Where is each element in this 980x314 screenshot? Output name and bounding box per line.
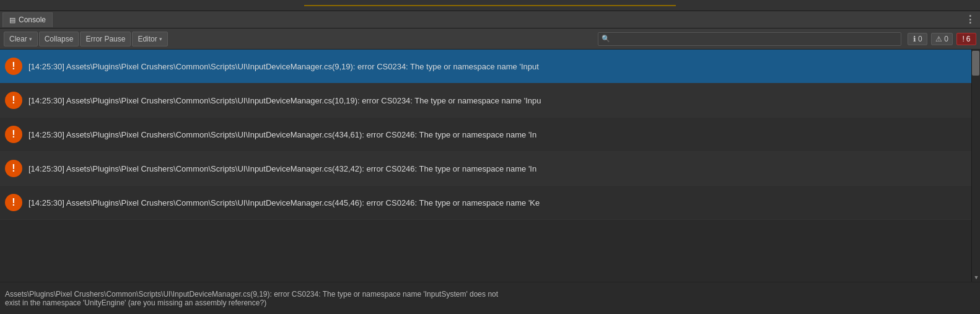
toolbar: Clear ▾ Collapse Error Pause Editor ▾ 🔍 … (0, 28, 980, 50)
log-item[interactable]: ![14:25:30] Assets\Plugins\Pixel Crusher… (0, 152, 980, 186)
warn-count: 0 (944, 35, 948, 43)
collapse-button[interactable]: Collapse (39, 32, 79, 46)
badge-group: ℹ 0 ⚠ 0 ! 6 (908, 33, 976, 45)
search-wrapper: 🔍 (598, 32, 901, 46)
status-bar: Assets\Plugins\Pixel Crushers\Common\Scr… (0, 282, 980, 314)
console-tab-label: Console (19, 15, 46, 24)
more-menu-button[interactable]: ⋮ (963, 12, 978, 27)
scrollbar-thumb[interactable] (972, 51, 979, 76)
top-bar (0, 0, 980, 11)
log-item[interactable]: ![14:25:30] Assets\Plugins\Pixel Crusher… (0, 186, 980, 220)
log-text: [14:25:30] Assets\Plugins\Pixel Crushers… (28, 164, 975, 173)
top-bar-line (304, 5, 676, 6)
log-list: ![14:25:30] Assets\Plugins\Pixel Crusher… (0, 50, 980, 282)
search-input[interactable] (598, 32, 901, 46)
console-wrapper: ▤ Console ⋮ Clear ▾ Collapse Error Pause… (0, 0, 980, 314)
log-text: [14:25:30] Assets\Plugins\Pixel Crushers… (28, 198, 975, 207)
error-icon: ! (5, 126, 22, 143)
clear-label: Clear (9, 35, 27, 43)
info-count: 0 (918, 35, 922, 43)
error-icon: ! (962, 35, 964, 43)
error-icon: ! (5, 194, 22, 211)
warn-icon: ⚠ (935, 35, 942, 43)
console-tab-bar: ▤ Console ⋮ (0, 11, 980, 28)
editor-dropdown-arrow: ▾ (159, 36, 162, 42)
editor-button[interactable]: Editor ▾ (132, 32, 167, 46)
editor-label: Editor (138, 35, 157, 43)
log-items-container: ![14:25:30] Assets\Plugins\Pixel Crusher… (0, 50, 980, 220)
log-item[interactable]: ![14:25:30] Assets\Plugins\Pixel Crusher… (0, 84, 980, 118)
error-pause-button[interactable]: Error Pause (80, 32, 131, 46)
status-line-2: exist in the namespace 'UnityEngine' (ar… (5, 299, 975, 307)
log-text: [14:25:30] Assets\Plugins\Pixel Crushers… (28, 96, 975, 105)
warn-badge[interactable]: ⚠ 0 (931, 33, 953, 45)
console-tab[interactable]: ▤ Console (2, 12, 53, 27)
error-badge[interactable]: ! 6 (956, 33, 976, 45)
info-badge[interactable]: ℹ 0 (908, 33, 927, 45)
console-tab-icon: ▤ (9, 16, 15, 24)
error-icon: ! (5, 58, 22, 75)
collapse-label: Collapse (45, 35, 74, 43)
log-text: [14:25:30] Assets\Plugins\Pixel Crushers… (28, 130, 975, 139)
clear-button[interactable]: Clear ▾ (4, 32, 38, 46)
log-item[interactable]: ![14:25:30] Assets\Plugins\Pixel Crusher… (0, 118, 980, 152)
log-item[interactable]: ![14:25:30] Assets\Plugins\Pixel Crusher… (0, 50, 980, 84)
scrollbar-track[interactable]: ▲ ▼ (971, 50, 980, 282)
info-icon: ℹ (913, 35, 916, 43)
error-pause-label: Error Pause (85, 35, 125, 43)
error-count: 6 (966, 35, 971, 43)
error-icon: ! (5, 160, 22, 177)
log-text: [14:25:30] Assets\Plugins\Pixel Crushers… (28, 62, 975, 71)
error-icon: ! (5, 92, 22, 109)
clear-dropdown-arrow: ▾ (29, 36, 32, 42)
scrollbar-arrow-down[interactable]: ▼ (972, 273, 980, 282)
status-line-1: Assets\Plugins\Pixel Crushers\Common\Scr… (5, 290, 975, 299)
